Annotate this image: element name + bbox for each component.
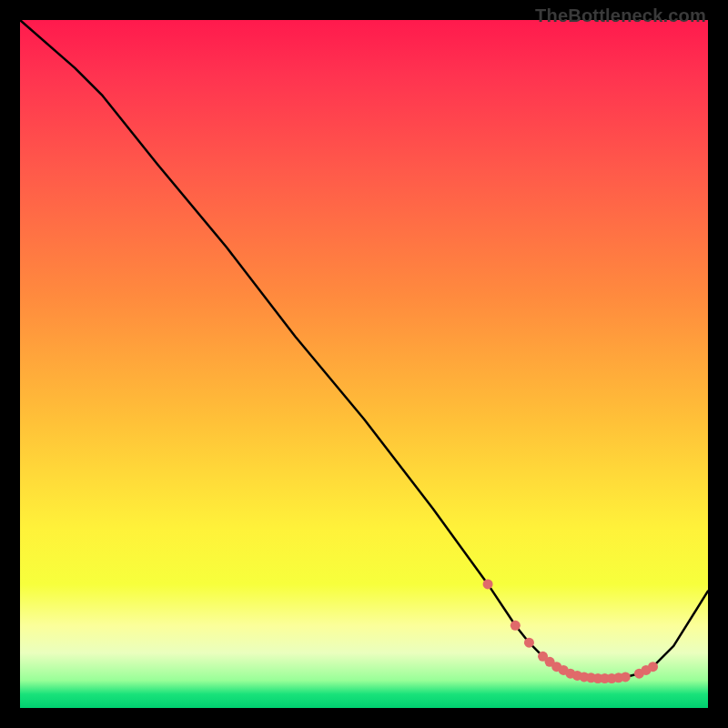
plot-area: [20, 20, 708, 708]
marker-dots: [483, 579, 658, 683]
marker-dot: [511, 621, 521, 631]
chart-overlay: [20, 20, 708, 708]
marker-dot: [621, 672, 631, 682]
curve-line: [20, 20, 708, 678]
marker-dot: [524, 638, 534, 648]
marker-dot: [648, 662, 658, 672]
marker-dot: [483, 579, 493, 589]
watermark-text: TheBottleneck.com: [535, 5, 706, 26]
chart-container: TheBottleneck.com: [0, 0, 728, 728]
